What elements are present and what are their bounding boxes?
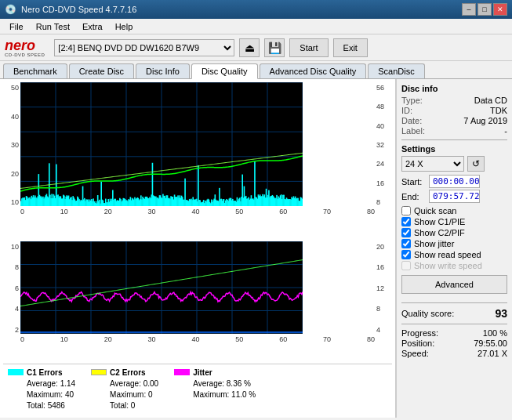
cb-jitter: Show jitter [401,239,507,248]
tab-disc-info[interactable]: Disc Info [136,63,190,78]
refresh-button[interactable]: ↺ [467,156,485,172]
advanced-button[interactable]: Advanced [401,275,507,294]
sidebar: Disc info Type: Data CD ID: TDK Date: 7 … [396,79,512,418]
tabs: Benchmark Create Disc Disc Info Disc Qua… [0,61,512,79]
show-c2-pif-checkbox[interactable] [401,228,411,237]
app-icon: 💿 [5,4,16,15]
cb-c2-pif: Show C2/PIF [401,228,507,237]
cb-read-speed: Show read speed [401,250,507,259]
main-content: 50 40 30 20 10 56 48 40 32 24 16 8 [0,79,512,418]
menu-file[interactable]: File [3,21,30,32]
disc-info-title: Disc info [401,84,507,93]
show-jitter-checkbox[interactable] [401,239,411,248]
legend-c1: C1 Errors Average: 1.14 Maximum: 40 Tota… [8,368,75,411]
tab-disc-quality[interactable]: Disc Quality [191,63,258,79]
c1-legend-text: C1 Errors Average: 1.14 Maximum: 40 Tota… [27,368,75,411]
show-read-speed-checkbox[interactable] [401,250,411,259]
title-bar-left: 💿 Nero CD-DVD Speed 4.7.7.16 [5,4,136,15]
minimize-button[interactable]: – [462,3,476,16]
top-chart-x-axis: 0 10 20 30 40 50 60 70 80 [3,208,392,215]
start-time-value: 000:00.00 [429,175,480,188]
eject-button[interactable]: ⏏ [239,38,260,57]
show-write-speed-checkbox [401,261,411,270]
speed-selector[interactable]: 24 X Maximum 4 X 8 X 16 X 32 X 40 X 48 X [401,156,464,172]
end-time-row: End: 079:57.72 [401,190,507,203]
quality-score-row: Quality score: 93 [401,307,507,320]
bottom-chart-canvas-area [20,241,375,335]
top-chart-y-left: 50 40 30 20 10 [3,82,20,208]
title-bar: 💿 Nero CD-DVD Speed 4.7.7.16 – □ ✕ [0,0,512,19]
disc-id-row: ID: TDK [401,106,507,115]
show-c1-pie-checkbox[interactable] [401,217,411,226]
top-chart-area: 50 40 30 20 10 56 48 40 32 24 16 8 [3,82,392,208]
nero-logo: nero CD-DVD SPEED [5,38,45,57]
c1-color [8,369,24,375]
position-row: Position: 79:55.00 [401,339,507,348]
window-title: Nero CD-DVD Speed 4.7.7.16 [21,5,136,14]
legend-c2: C2 Errors Average: 0.00 Maximum: 0 Total… [91,368,158,411]
progress-row: Progress: 100 % [401,328,507,338]
disc-label-row: Label: - [401,126,507,136]
menu-run-test[interactable]: Run Test [30,21,76,32]
bottom-chart-y-left: 10 8 6 4 2 [3,241,20,335]
jitter-legend-text: Jitter Average: 8.36 % Maximum: 11.0 % [193,368,256,400]
c2-legend-text: C2 Errors Average: 0.00 Maximum: 0 Total… [110,368,158,411]
tab-create-disc[interactable]: Create Disc [69,63,134,78]
cb-quick-scan: Quick scan [401,206,507,215]
legend-jitter: Jitter Average: 8.36 % Maximum: 11.0 % [174,368,256,411]
settings-title: Settings [401,144,507,154]
drive-selector[interactable]: [2:4] BENQ DVD DD DW1620 B7W9 [54,39,234,56]
toolbar: nero CD-DVD SPEED [2:4] BENQ DVD DD DW16… [0,34,512,61]
menu-bar: File Run Test Extra Help [0,19,512,34]
cb-write-speed: Show write speed [401,261,507,270]
divider-3 [401,324,507,324]
save-button[interactable]: 💾 [264,38,285,57]
top-chart-canvas-area [20,82,375,208]
tab-advanced-disc-quality[interactable]: Advanced Disc Quality [260,63,367,78]
start-time-row: Start: 000:00.00 [401,175,507,188]
exit-button[interactable]: Exit [333,38,368,57]
menu-help[interactable]: Help [109,21,140,32]
divider-2 [401,302,507,303]
quality-score-value: 93 [495,307,507,320]
disc-type-row: Type: Data CD [401,96,507,105]
nero-logo-text: nero [5,38,45,52]
speed-row: Speed: 27.01 X [401,349,507,358]
close-button[interactable]: ✕ [493,3,507,16]
top-chart-y-right: 56 48 40 32 24 16 8 [375,82,392,208]
legend-area: C1 Errors Average: 1.14 Maximum: 40 Tota… [3,364,392,415]
bottom-chart-y-right: 20 16 12 8 4 [375,241,392,335]
bottom-chart-x-axis: 0 10 20 30 40 50 60 70 80 [3,335,392,343]
divider-1 [401,139,507,140]
tab-scandisc[interactable]: ScanDisc [368,63,424,78]
charts-area: 50 40 30 20 10 56 48 40 32 24 16 8 [0,79,396,418]
start-button[interactable]: Start [289,38,328,57]
disc-date-row: Date: 7 Aug 2019 [401,116,507,125]
speed-settings-row: 24 X Maximum 4 X 8 X 16 X 32 X 40 X 48 X… [401,156,507,172]
title-bar-controls: – □ ✕ [462,3,507,16]
c2-color [91,369,107,375]
cb-c1-pie: Show C1/PIE [401,217,507,226]
jitter-color [174,369,190,375]
menu-extra[interactable]: Extra [76,21,109,32]
nero-sub-text: CD-DVD SPEED [5,52,45,57]
maximize-button[interactable]: □ [478,3,492,16]
bottom-chart-area: 10 8 6 4 2 20 16 12 8 4 [3,241,392,335]
tab-benchmark[interactable]: Benchmark [3,63,67,78]
end-time-value: 079:57.72 [429,190,480,203]
quick-scan-checkbox[interactable] [401,206,411,215]
